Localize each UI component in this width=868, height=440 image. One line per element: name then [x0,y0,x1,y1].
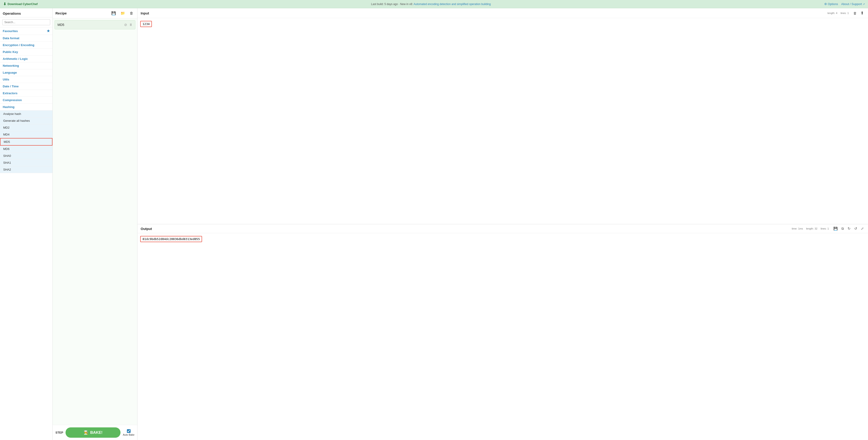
sidebar-item-md4[interactable]: MD4 [0,131,53,138]
input-toolbar: 🗑 ⬆ [852,10,865,16]
disable-icon[interactable]: ⊘ [124,23,127,27]
sidebar-item-sha0[interactable]: SHA0 [0,152,53,159]
output-lines-value: 1 [828,227,829,230]
input-clear-button[interactable]: 🗑 [852,11,858,16]
input-header: Input length: 4 lines: 1 🗑 [137,8,868,18]
build-link[interactable]: Automated encoding detection and simplif… [413,2,491,6]
bake-label: BAKE! [90,430,103,435]
sidebar-item-generate-all-hashes[interactable]: Generate all hashes [0,117,53,124]
recipe-toolbar: 💾 📁 🗑 [110,10,134,16]
output-time-value: 1ms [798,227,803,230]
pause-icon[interactable]: ⏸ [129,23,132,27]
recipe-header: Recipe 💾 📁 🗑 [53,8,137,18]
sidebar-item-encryption-encoding[interactable]: Encryption / Encoding [0,42,53,49]
download-link[interactable]: ⬇ Download CyberChef [3,2,37,6]
sidebar-title: Operations [0,8,53,18]
output-length-label: length: [806,227,814,230]
star-icon: ★ [47,29,50,33]
output-label: Output [141,227,152,231]
sidebar-item-data-format[interactable]: Data format [0,35,53,42]
auto-bake-control: Auto Bake [123,429,134,436]
auto-bake-checkbox[interactable] [127,429,131,433]
recipe-op-controls: ⊘ ⏸ [124,23,132,27]
input-length-label: length: [828,12,835,14]
input-lines-value: 1 [847,12,849,14]
gear-icon: ⚙ [824,2,827,6]
input-content[interactable]: 1234 [137,18,868,224]
recipe-save-button[interactable]: 💾 [110,10,117,16]
output-content: 81dc9bdb52d04dc20036dbd8313ed055 [137,233,868,440]
external-icon: ↗ [863,3,865,5]
io-panel: Input length: 4 lines: 1 🗑 [137,8,868,440]
recipe-clear-button[interactable]: 🗑 [128,11,134,16]
step-button[interactable]: STEP [56,431,63,434]
output-meta: time: 1ms length: 32 lines: 1 [792,227,829,230]
sidebar-item-md2[interactable]: MD2 [0,124,53,131]
search-box[interactable] [0,18,53,27]
recipe-panel: Recipe 💾 📁 🗑 MD5 ⊘ ⏸ STEP 👨‍🍳 BAKE! [53,8,137,440]
auto-bake-label: Auto Bake [123,433,134,436]
input-upload-button[interactable]: ⬆ [860,10,865,16]
output-time-label: time: [792,227,797,230]
input-value-box: 1234 [140,21,152,27]
favourites-label: Favourites [3,29,18,33]
output-refresh-button[interactable]: ↻ [847,226,851,231]
build-text: Last build: 5 days ago · New in v8: [371,2,413,6]
sidebar-item-networking[interactable]: Networking [0,62,53,69]
recipe-operation-md5[interactable]: MD5 ⊘ ⏸ [55,20,135,29]
sidebar-item-arithmetic-logic[interactable]: Arithmetic / Logic [0,56,53,62]
download-icon: ⬇ [3,2,6,6]
search-input[interactable] [2,19,50,25]
top-bar: ⬇ Download CyberChef Last build: 5 days … [0,0,868,8]
input-section: Input length: 4 lines: 1 🗑 [137,8,868,224]
input-label: Input [141,11,149,15]
sidebar: Operations Favourites ★ Data format Encr… [0,8,53,440]
chef-icon: 👨‍🍳 [84,430,88,435]
sidebar-item-hashing[interactable]: Hashing [0,104,53,111]
recipe-title: Recipe [56,11,67,15]
sidebar-item-public-key[interactable]: Public Key [0,49,53,56]
output-length-value: 32 [815,227,817,230]
output-undo-button[interactable]: ↺ [853,226,858,231]
sidebar-item-md5[interactable]: MD5 [0,138,53,146]
output-header: Output time: 1ms length: 32 lines: [137,224,868,233]
input-meta: length: 4 lines: 1 [828,12,849,14]
sidebar-item-sha2[interactable]: SHA2 [0,166,53,173]
output-lines-label: lines: [820,227,827,230]
build-info: Last build: 5 days ago · New in v8: Auto… [371,2,491,6]
sidebar-item-md6[interactable]: MD6 [0,146,53,152]
input-length-value: 4 [836,12,837,14]
options-link[interactable]: ⚙ Options [824,2,838,6]
sidebar-item-sha1[interactable]: SHA1 [0,159,53,166]
output-toolbar: 💾 ⧉ ↻ ↺ ⤢ [833,226,865,231]
sidebar-item-utils[interactable]: Utils [0,76,53,83]
recipe-op-name: MD5 [58,23,64,27]
output-save-button[interactable]: 💾 [833,226,839,231]
recipe-body: MD5 ⊘ ⏸ [53,18,137,425]
download-label: Download CyberChef [7,2,37,6]
sidebar-item-favourites[interactable]: Favourites ★ [0,27,53,35]
sidebar-item-extractors[interactable]: Extractors [0,90,53,97]
output-expand-button[interactable]: ⤢ [860,226,865,231]
top-right-controls: ⚙ Options About / Support ↗ [824,2,865,6]
recipe-open-button[interactable]: 📁 [119,10,126,16]
sidebar-item-analyse-hash[interactable]: Analyse hash [0,111,53,117]
sidebar-item-date-time[interactable]: Date / Time [0,83,53,90]
recipe-footer: STEP 👨‍🍳 BAKE! Auto Bake [53,425,137,440]
bake-button[interactable]: 👨‍🍳 BAKE! [65,428,121,438]
sidebar-content: Favourites ★ Data format Encryption / En… [0,27,53,440]
about-link[interactable]: About / Support ↗ [841,2,865,6]
output-copy-button[interactable]: ⧉ [840,226,845,231]
output-value-box: 81dc9bdb52d04dc20036dbd8313ed055 [140,236,202,242]
input-lines-label: lines: [840,12,846,14]
sidebar-item-language[interactable]: Language [0,69,53,76]
sidebar-item-compression[interactable]: Compression [0,97,53,104]
output-section: Output time: 1ms length: 32 lines: [137,224,868,440]
